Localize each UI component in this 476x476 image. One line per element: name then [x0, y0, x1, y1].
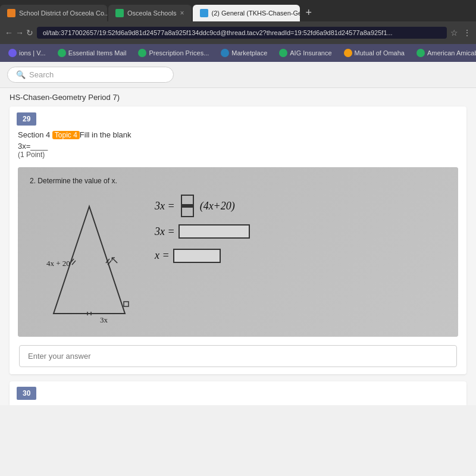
bookmark-icon-mutual [344, 49, 352, 57]
math-3x-1: 3x = [155, 196, 175, 215]
forward-button[interactable]: → [15, 28, 24, 37]
bookmark-ions[interactable]: ions | V... [5, 48, 49, 58]
triangle-area: 4x + 20 3x [30, 195, 137, 327]
tab-label-osceola: Osceola Schools [127, 10, 177, 17]
back-button[interactable]: ← [5, 28, 13, 37]
browser-icons: ☆ ⋮ [450, 28, 471, 37]
math-content: 4x + 20 3x 3x = [30, 195, 446, 327]
section-label: Section 4 Topic 4Fill in the blank [18, 130, 458, 139]
bookmark-icon-american [416, 49, 425, 57]
fill-line: 3x=____ [18, 142, 458, 151]
math-line-1: 3x = (4x+20) [155, 195, 446, 217]
fill-label: 3x= [18, 142, 30, 151]
bookmark-label-prescription: Prescription Prices... [149, 49, 209, 57]
problem-instruction: 2. Determine the value of x. [30, 177, 446, 185]
fraction-denominator-box [181, 206, 194, 217]
question-29-badge: 29 [17, 112, 36, 126]
instruction-text: Fill in the blank [80, 130, 131, 139]
bookmark-icon-marketplace [221, 49, 229, 57]
problem-text-label: Determine the value of x. [37, 177, 117, 185]
svg-text:4x + 20: 4x + 20 [46, 259, 70, 268]
svg-text:3x: 3x [100, 315, 108, 324]
math-x: x = [155, 246, 170, 265]
bookmark-label-essential: Essential Items Mail [68, 49, 127, 57]
fraction-numerator-box [181, 195, 194, 205]
math-image-inner: 2. Determine the value of x. [18, 167, 458, 337]
bookmark-label-aig: AIG Insurance [290, 49, 331, 57]
answer-input-row[interactable] [19, 345, 457, 367]
svg-line-2 [72, 261, 76, 265]
question-29-meta: Section 4 Topic 4Fill in the blank 3x=__… [10, 130, 466, 162]
bookmark-icon-ions [8, 49, 17, 57]
main-content: 🔍 Search HS-Chasen-Geometry Period 7) 29… [0, 62, 476, 405]
problem-number: 2. [30, 177, 36, 185]
search-row: 🔍 Search [0, 62, 476, 88]
tab-favicon-osceola [115, 9, 124, 17]
bookmark-icon-essential [58, 49, 66, 57]
math-line-2: 3x = [155, 222, 446, 241]
search-icon: 🔍 [16, 70, 26, 79]
topic-highlight: Topic 4 [52, 131, 80, 139]
nav-buttons: ← → ↻ [5, 28, 33, 37]
bookmark-label-ions: ions | V... [19, 49, 46, 57]
fill-blank: ____ [30, 142, 48, 151]
refresh-button[interactable]: ↻ [26, 28, 33, 37]
math-work-area: 3x = (4x+20) 3x = [155, 195, 446, 270]
bookmark-marketplace[interactable]: Marketplace [217, 48, 271, 58]
address-bar-row: ← → ↻ ol/tab:3717002657/19:52fd6a9d81d24… [0, 21, 476, 44]
tab-general[interactable]: (2) General (TKHS-Chasen-Geom... × [193, 5, 300, 21]
bookmark-label-marketplace: Marketplace [231, 49, 267, 57]
question-30-card-peek: 30 [10, 381, 466, 405]
tab-favicon-school [7, 9, 15, 17]
tab-close-osceola[interactable]: × [180, 9, 184, 17]
question-30-badge: 30 [17, 387, 36, 400]
bookmark-mutual[interactable]: Mutual of Omaha [340, 48, 408, 58]
answer-input[interactable] [19, 345, 457, 367]
tab-favicon-general [200, 9, 208, 17]
tab-bar: School District of Osceola Co... × Osceo… [0, 0, 476, 21]
fraction-boxes [181, 195, 194, 217]
section-prefix: Section 4 [18, 130, 52, 139]
bookmark-essential[interactable]: Essential Items Mail [54, 48, 130, 58]
answer-box-wide-1 [178, 224, 250, 239]
bookmark-aig[interactable]: AIG Insurance [275, 48, 335, 58]
tab-osceola[interactable]: Osceola Schools × [108, 5, 192, 21]
address-bar[interactable]: ol/tab:3717002657/19:52fd6a9d81d24577a8a… [37, 27, 447, 39]
page-header: HS-Chasen-Geometry Period 7) [0, 88, 476, 107]
math-3x-2: 3x = [155, 222, 175, 241]
math-image-container: 2. Determine the value of x. [18, 167, 458, 337]
answer-box-x [173, 249, 221, 263]
tab-label-general: (2) General (TKHS-Chasen-Geom... [212, 10, 300, 17]
triangle-svg: 4x + 20 3x [30, 195, 137, 325]
search-placeholder: Search [29, 70, 54, 79]
bookmark-prescription[interactable]: Prescription Prices... [134, 48, 212, 58]
question-points: (1 Point) [18, 151, 458, 159]
bookmark-american-amicable[interactable]: American Amicable [413, 48, 476, 58]
question-29-card: 29 Section 4 Topic 4Fill in the blank 3x… [10, 107, 466, 374]
search-box[interactable]: 🔍 Search [7, 67, 174, 83]
svg-rect-9 [124, 302, 129, 306]
bookmark-label-american: American Amicable [427, 49, 476, 57]
bookmark-icon-prescription [138, 49, 146, 57]
browser-chrome: School District of Osceola Co... × Osceo… [0, 0, 476, 62]
math-line-3: x = [155, 246, 446, 265]
tab-school-district[interactable]: School District of Osceola Co... × [0, 5, 107, 21]
star-icon[interactable]: ☆ [450, 28, 458, 37]
tab-label-school: School District of Osceola Co... [19, 10, 107, 17]
page-title: HS-Chasen-Geometry Period 7) [10, 93, 120, 102]
add-tab-button[interactable]: + [301, 7, 317, 19]
bookmark-icon-aig [279, 49, 287, 57]
math-parens-1: (4x+20) [200, 196, 235, 215]
bookmarks-bar: ions | V... Essential Items Mail Prescri… [0, 44, 476, 62]
menu-icon[interactable]: ⋮ [463, 28, 471, 37]
bookmark-label-mutual: Mutual of Omaha [355, 49, 405, 57]
